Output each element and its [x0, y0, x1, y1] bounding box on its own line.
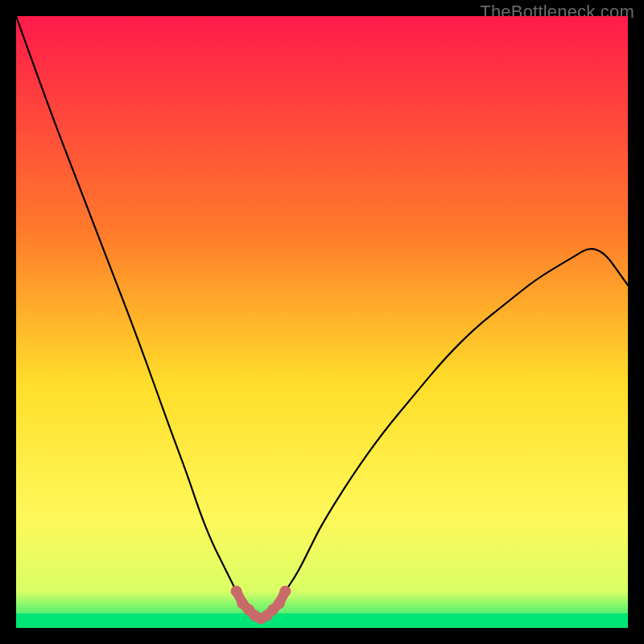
bottleneck-plot: [16, 16, 628, 628]
optimal-marker-dot: [231, 585, 242, 597]
gradient-background: [16, 16, 628, 628]
optimal-marker-dot: [274, 598, 285, 609]
plot-svg: [16, 16, 628, 628]
chart-frame: TheBottleneck.com: [0, 0, 644, 644]
optimal-marker-dot: [279, 585, 291, 597]
green-band: [16, 613, 628, 628]
